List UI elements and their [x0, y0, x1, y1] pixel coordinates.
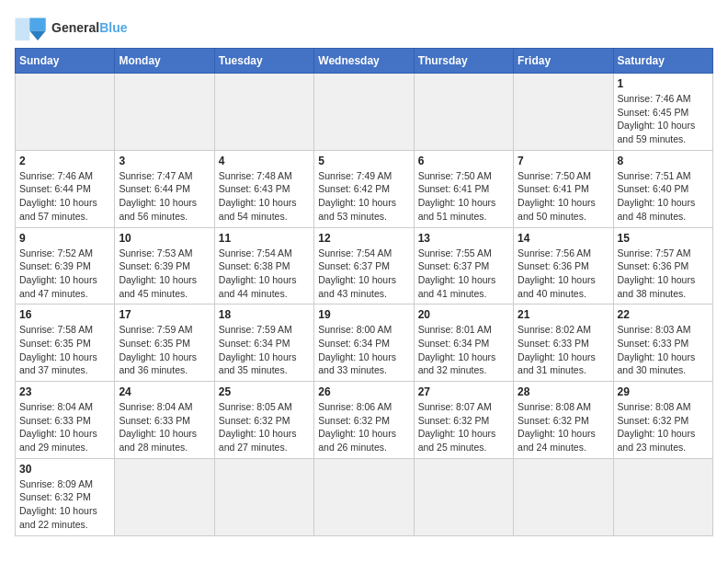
calendar-cell: [514, 458, 613, 535]
day-number: 2: [19, 155, 110, 167]
day-number: 5: [318, 155, 409, 167]
calendar-cell: 22Sunrise: 8:03 AMSunset: 6:33 PMDayligh…: [613, 304, 712, 382]
day-info: Sunrise: 8:04 AMSunset: 6:33 PMDaylight:…: [19, 400, 110, 454]
day-info: Sunrise: 8:04 AMSunset: 6:33 PMDaylight:…: [119, 400, 210, 454]
day-number: 20: [418, 308, 509, 321]
day-number: 30: [19, 463, 110, 476]
weekday-header-thursday: Thursday: [414, 49, 513, 74]
weekday-header-monday: Monday: [115, 49, 214, 74]
calendar-cell: 26Sunrise: 8:06 AMSunset: 6:32 PMDayligh…: [314, 382, 414, 459]
calendar-cell: 28Sunrise: 8:08 AMSunset: 6:32 PMDayligh…: [514, 382, 613, 459]
day-info: Sunrise: 8:02 AMSunset: 6:33 PMDaylight:…: [518, 323, 609, 377]
calendar-cell: 8Sunrise: 7:51 AMSunset: 6:40 PMDaylight…: [613, 150, 712, 227]
day-info: Sunrise: 8:08 AMSunset: 6:32 PMDaylight:…: [618, 400, 709, 454]
calendar-cell: [214, 74, 313, 151]
day-info: Sunrise: 7:51 AMSunset: 6:40 PMDaylight:…: [618, 169, 709, 224]
page-header: GeneralBlue: [15, 15, 713, 40]
weekday-header-tuesday: Tuesday: [214, 49, 313, 74]
day-info: Sunrise: 8:01 AMSunset: 6:34 PMDaylight:…: [418, 323, 509, 377]
calendar-cell: 15Sunrise: 7:57 AMSunset: 6:36 PMDayligh…: [613, 227, 712, 304]
day-info: Sunrise: 7:53 AMSunset: 6:39 PMDaylight:…: [119, 247, 210, 301]
calendar-cell: [314, 458, 414, 535]
logo: GeneralBlue: [15, 15, 127, 40]
calendar-cell: 4Sunrise: 7:48 AMSunset: 6:43 PMDaylight…: [214, 150, 313, 227]
logo-icon: [15, 15, 48, 40]
day-info: Sunrise: 7:50 AMSunset: 6:41 PMDaylight:…: [418, 169, 509, 224]
day-info: Sunrise: 8:00 AMSunset: 6:34 PMDaylight:…: [318, 323, 409, 377]
calendar-cell: 11Sunrise: 7:54 AMSunset: 6:38 PMDayligh…: [214, 227, 313, 304]
calendar-cell: 25Sunrise: 8:05 AMSunset: 6:32 PMDayligh…: [214, 382, 313, 459]
day-number: 10: [119, 232, 210, 245]
day-info: Sunrise: 7:54 AMSunset: 6:38 PMDaylight:…: [219, 247, 310, 301]
svg-marker-1: [29, 18, 46, 31]
day-number: 17: [119, 308, 210, 321]
day-info: Sunrise: 8:05 AMSunset: 6:32 PMDaylight:…: [219, 400, 310, 454]
day-number: 24: [119, 385, 210, 398]
calendar-cell: 23Sunrise: 8:04 AMSunset: 6:33 PMDayligh…: [16, 382, 115, 459]
calendar-cell: [613, 458, 712, 535]
calendar-cell: 30Sunrise: 8:09 AMSunset: 6:32 PMDayligh…: [16, 458, 115, 535]
day-info: Sunrise: 7:49 AMSunset: 6:42 PMDaylight:…: [318, 169, 409, 224]
calendar-cell: 1Sunrise: 7:46 AMSunset: 6:45 PMDaylight…: [613, 74, 712, 151]
calendar-cell: [414, 458, 513, 535]
day-info: Sunrise: 7:54 AMSunset: 6:37 PMDaylight:…: [318, 247, 409, 301]
calendar-cell: 17Sunrise: 7:59 AMSunset: 6:35 PMDayligh…: [115, 304, 214, 382]
calendar-cell: 19Sunrise: 8:00 AMSunset: 6:34 PMDayligh…: [314, 304, 414, 382]
calendar-cell: 6Sunrise: 7:50 AMSunset: 6:41 PMDaylight…: [414, 150, 513, 227]
day-info: Sunrise: 8:06 AMSunset: 6:32 PMDaylight:…: [318, 400, 409, 454]
day-info: Sunrise: 7:50 AMSunset: 6:41 PMDaylight:…: [518, 169, 609, 224]
calendar-cell: 12Sunrise: 7:54 AMSunset: 6:37 PMDayligh…: [314, 227, 414, 304]
day-info: Sunrise: 7:55 AMSunset: 6:37 PMDaylight:…: [418, 247, 509, 301]
day-number: 12: [318, 232, 409, 245]
day-number: 16: [19, 308, 110, 321]
calendar-cell: [314, 74, 414, 151]
day-info: Sunrise: 7:59 AMSunset: 6:34 PMDaylight:…: [219, 323, 310, 377]
day-number: 27: [418, 385, 509, 398]
day-number: 4: [219, 155, 310, 167]
calendar-cell: 29Sunrise: 8:08 AMSunset: 6:32 PMDayligh…: [613, 382, 712, 459]
calendar-cell: [514, 74, 613, 151]
calendar-cell: [414, 74, 513, 151]
day-number: 8: [618, 155, 709, 167]
calendar-table: SundayMondayTuesdayWednesdayThursdayFrid…: [15, 48, 713, 536]
calendar-cell: 21Sunrise: 8:02 AMSunset: 6:33 PMDayligh…: [514, 304, 613, 382]
logo-text: GeneralBlue: [51, 20, 127, 35]
day-number: 26: [318, 385, 409, 398]
calendar-cell: 16Sunrise: 7:58 AMSunset: 6:35 PMDayligh…: [16, 304, 115, 382]
calendar-cell: [115, 458, 214, 535]
day-info: Sunrise: 7:58 AMSunset: 6:35 PMDaylight:…: [19, 323, 110, 377]
calendar-cell: 10Sunrise: 7:53 AMSunset: 6:39 PMDayligh…: [115, 227, 214, 304]
day-info: Sunrise: 7:46 AMSunset: 6:45 PMDaylight:…: [618, 92, 709, 146]
day-number: 14: [518, 232, 609, 245]
day-number: 15: [618, 232, 709, 245]
day-number: 28: [518, 385, 609, 398]
day-number: 22: [618, 308, 709, 321]
day-info: Sunrise: 8:08 AMSunset: 6:32 PMDaylight:…: [518, 400, 609, 454]
day-info: Sunrise: 7:56 AMSunset: 6:36 PMDaylight:…: [518, 247, 609, 301]
calendar-cell: 14Sunrise: 7:56 AMSunset: 6:36 PMDayligh…: [514, 227, 613, 304]
day-info: Sunrise: 8:03 AMSunset: 6:33 PMDaylight:…: [618, 323, 709, 377]
day-number: 11: [219, 232, 310, 245]
day-number: 7: [518, 155, 609, 167]
day-info: Sunrise: 7:48 AMSunset: 6:43 PMDaylight:…: [219, 169, 310, 224]
day-number: 29: [618, 385, 709, 398]
calendar-cell: 9Sunrise: 7:52 AMSunset: 6:39 PMDaylight…: [16, 227, 115, 304]
svg-marker-3: [16, 18, 30, 41]
day-info: Sunrise: 7:59 AMSunset: 6:35 PMDaylight:…: [119, 323, 210, 377]
day-number: 19: [318, 308, 409, 321]
calendar-cell: 24Sunrise: 8:04 AMSunset: 6:33 PMDayligh…: [115, 382, 214, 459]
day-info: Sunrise: 7:52 AMSunset: 6:39 PMDaylight:…: [19, 247, 110, 301]
calendar-cell: 20Sunrise: 8:01 AMSunset: 6:34 PMDayligh…: [414, 304, 513, 382]
calendar-cell: [115, 74, 214, 151]
day-number: 6: [418, 155, 509, 167]
calendar-cell: [16, 74, 115, 151]
calendar-cell: 5Sunrise: 7:49 AMSunset: 6:42 PMDaylight…: [314, 150, 414, 227]
day-number: 25: [219, 385, 310, 398]
weekday-header-friday: Friday: [514, 49, 613, 74]
day-number: 23: [19, 385, 110, 398]
day-number: 9: [19, 232, 110, 245]
calendar-cell: 18Sunrise: 7:59 AMSunset: 6:34 PMDayligh…: [214, 304, 313, 382]
day-number: 3: [119, 155, 210, 167]
calendar-cell: [214, 458, 313, 535]
calendar-cell: 27Sunrise: 8:07 AMSunset: 6:32 PMDayligh…: [414, 382, 513, 459]
